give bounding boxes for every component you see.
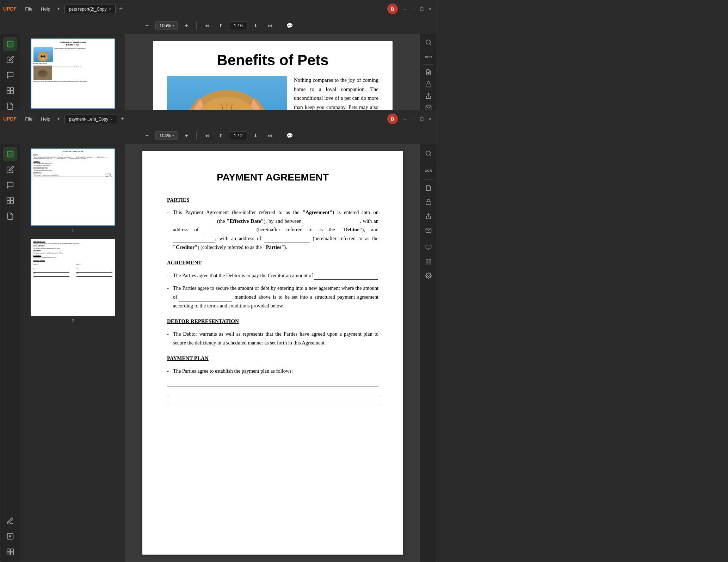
top-side-icon-edit[interactable] — [3, 53, 17, 67]
bottom-side-icon-pages[interactable] — [3, 147, 17, 161]
bottom-rt-list[interactable] — [422, 255, 435, 268]
bottom-doc-view[interactable]: PAYMENT AGREEMENT PARTIES - This Payment… — [126, 144, 420, 562]
svg-line-39 — [430, 43, 431, 44]
svg-point-38 — [426, 40, 430, 44]
party1-address-line — [205, 228, 251, 234]
effective-date-bold: "Effective Date" — [227, 218, 264, 224]
top-rt-ocr[interactable]: OCR — [422, 52, 435, 63]
top-zoom-out-btn[interactable]: − — [141, 20, 153, 31]
top-user-avatar[interactable]: B — [387, 4, 398, 14]
bottom-help-menu[interactable]: Help — [37, 115, 54, 123]
svg-point-13 — [41, 55, 43, 57]
bottom-rt-search[interactable] — [422, 147, 435, 160]
bottom-rt-lock[interactable] — [422, 196, 435, 208]
bottom-tab-add[interactable]: + — [119, 115, 127, 123]
top-tab-close[interactable]: × — [109, 7, 111, 11]
top-rt-lock[interactable] — [422, 79, 435, 90]
top-thumb-1[interactable]: The Health and Mood-BoostingBenefits of … — [31, 38, 115, 109]
bottom-close-btn[interactable]: × — [427, 115, 434, 122]
bottom-user-avatar[interactable]: B — [387, 114, 398, 124]
svg-rect-60 — [426, 245, 431, 249]
top-dropdown-arrow[interactable]: ▾ — [57, 6, 60, 11]
bottom-side-icon-edit[interactable] — [3, 163, 17, 177]
top-help-menu[interactable]: Help — [37, 5, 54, 13]
svg-rect-58 — [426, 202, 431, 204]
top-side-icon-comment[interactable] — [3, 68, 17, 82]
bottom-rt-share[interactable] — [422, 210, 435, 222]
top-nav-prev-btn[interactable]: ⬆ — [215, 20, 226, 31]
bottom-side-icon-comment[interactable] — [3, 178, 17, 192]
bottom-toolbar: − 104% ▾ + ⏮ ⬆ 1 / 2 ⬇ ⏭ 💬 — [0, 127, 437, 144]
top-rt-sep1 — [423, 50, 434, 50]
top-tab-active[interactable]: pets report(2)_Copy × — [64, 5, 116, 13]
bottom-dropdown-arrow[interactable]: ▾ — [57, 116, 60, 121]
top-nav-last-btn[interactable]: ⏭ — [264, 20, 276, 31]
top-tabs-overflow[interactable]: ⌄ — [402, 6, 408, 11]
bottom-comment-btn[interactable]: 💬 — [284, 130, 296, 141]
svg-point-56 — [426, 151, 430, 155]
bottom-rt-mail[interactable] — [422, 224, 435, 237]
top-page-display[interactable]: 1 / 6 — [229, 21, 247, 30]
top-zoom-level: 105% — [159, 23, 171, 28]
top-nav-first-btn[interactable]: ⏮ — [201, 20, 212, 31]
bottom-side-icon-doc[interactable] — [3, 209, 17, 223]
top-sep2 — [280, 22, 280, 30]
top-doc-view[interactable]: Benefits of Pets — [126, 34, 420, 116]
svg-rect-44 — [7, 151, 13, 157]
bottom-zoom-out-btn[interactable]: − — [141, 130, 153, 141]
bottom-nav-next-btn[interactable]: ⬇ — [250, 130, 261, 141]
bottom-rt-doc[interactable] — [422, 182, 435, 194]
bottom-thumb-1-num: 1 — [72, 228, 74, 233]
top-rt-share[interactable] — [422, 91, 435, 102]
bottom-zoom-in-btn[interactable]: + — [181, 130, 192, 141]
top-content-area: The Health and Mood-BoostingBenefits of … — [0, 34, 437, 116]
top-zoom-in-btn[interactable]: + — [181, 20, 192, 31]
top-rt-search[interactable] — [422, 37, 435, 48]
bottom-maximize-btn[interactable]: □ — [418, 115, 425, 122]
bottom-side-icon-stamp[interactable] — [3, 529, 17, 543]
svg-rect-48 — [10, 198, 13, 201]
bottom-nav-first-btn[interactable]: ⏮ — [201, 130, 212, 141]
top-side-icon-pages[interactable] — [3, 37, 17, 51]
agr-text1: The Parties agree that the Debtor is to … — [173, 271, 378, 280]
bottom-thumb-2-img: DISPUTE RESOLUTION Any dispute or differ… — [31, 239, 115, 316]
bottom-tabs-overflow[interactable]: ⌄ — [402, 116, 408, 121]
bottom-rt-monitor[interactable] — [422, 241, 435, 254]
top-zoom-display[interactable]: 105% ▾ — [155, 21, 178, 30]
bottom-nav-prev-btn[interactable]: ⬆ — [215, 130, 226, 141]
top-side-icon-organize[interactable] — [3, 84, 17, 98]
parties-heading: PARTIES — [167, 196, 378, 205]
payment-line-1 — [167, 379, 378, 386]
top-nav-next-btn[interactable]: ⬇ — [250, 20, 261, 31]
svg-rect-52 — [7, 549, 10, 552]
bottom-zoom-display[interactable]: 104% ▾ — [155, 131, 178, 140]
bottom-file-menu[interactable]: File — [21, 115, 36, 123]
top-comment-btn[interactable]: 💬 — [284, 20, 296, 31]
top-minimize-btn[interactable]: − — [410, 5, 417, 12]
bottom-rt-ocr[interactable]: OCR — [422, 164, 435, 177]
pp-dash: - — [167, 367, 169, 375]
bottom-page-display[interactable]: 1 / 2 — [229, 131, 247, 140]
top-window: UPDF File Help ▾ pets report(2)_Copy × +… — [0, 0, 437, 116]
top-tab-add[interactable]: + — [117, 5, 125, 13]
bottom-tab-close[interactable]: × — [110, 117, 112, 121]
party1-name-line — [303, 219, 360, 225]
top-rt-doc[interactable] — [422, 67, 435, 78]
bottom-minimize-btn[interactable]: − — [410, 115, 417, 122]
top-zoom-arrow[interactable]: ▾ — [172, 24, 174, 28]
top-maximize-btn[interactable]: □ — [418, 5, 425, 12]
top-close-btn[interactable]: × — [427, 5, 434, 12]
bottom-thumb-1[interactable]: PAYMENT AGREEMENT PARTIES - This Payment… — [31, 148, 115, 233]
bottom-window: UPDF File Help ▾ payment-...ent_Copy × +… — [0, 110, 437, 562]
svg-point-15 — [42, 57, 44, 59]
top-file-menu[interactable]: File — [21, 5, 36, 13]
bottom-side-icon-sign[interactable] — [3, 514, 17, 528]
bottom-zoom-arrow[interactable]: ▾ — [172, 134, 174, 138]
bottom-side-icon-tools[interactable] — [3, 545, 17, 559]
bottom-rt-settings[interactable] — [422, 269, 435, 282]
bottom-tab-active[interactable]: payment-...ent_Copy × — [64, 115, 117, 123]
payment-line-2 — [167, 389, 378, 396]
bottom-nav-last-btn[interactable]: ⏭ — [264, 130, 276, 141]
bottom-thumb-2[interactable]: DISPUTE RESOLUTION Any dispute or differ… — [31, 239, 115, 323]
bottom-side-icon-organize[interactable] — [3, 194, 17, 208]
